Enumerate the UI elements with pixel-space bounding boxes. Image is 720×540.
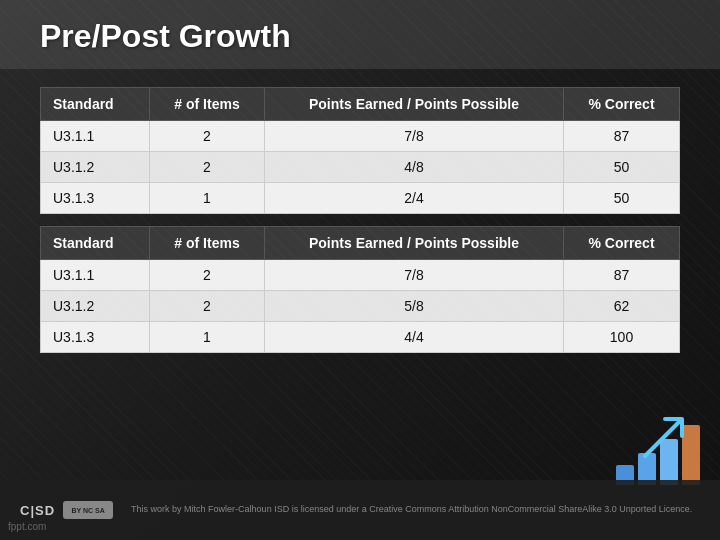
table1-body: U3.1.1 2 7/8 87 U3.1.2 2 4/8 50 U3.1.3 1 [41,121,680,214]
table-row: U3.1.2 2 5/8 62 [41,291,680,322]
cell-points: 4/4 [264,322,563,353]
content-area: Standard # of Items Points Earned / Poin… [0,77,720,375]
table2-header-items: # of Items [150,227,265,260]
table1-header-row: Standard # of Items Points Earned / Poin… [41,88,680,121]
cell-points: 5/8 [264,291,563,322]
cell-correct: 87 [564,121,680,152]
cell-standard: U3.1.1 [41,260,150,291]
cell-items: 1 [150,322,265,353]
slide-title: Pre/Post Growth [40,18,680,55]
cell-correct: 50 [564,152,680,183]
table-row: U3.1.3 1 4/4 100 [41,322,680,353]
cell-correct: 100 [564,322,680,353]
table1: Standard # of Items Points Earned / Poin… [40,87,680,214]
table1-header-correct: % Correct [564,88,680,121]
table2-header-standard: Standard [41,227,150,260]
cell-points: 7/8 [264,260,563,291]
table2-body: U3.1.1 2 7/8 87 U3.1.2 2 5/8 62 U3.1.3 1 [41,260,680,353]
cell-points: 2/4 [264,183,563,214]
table-row: U3.1.3 1 2/4 50 [41,183,680,214]
footer: C|SD BY NC SA This work by Mitch Fowler-… [0,480,720,540]
cisd-label: C|SD [20,503,55,518]
footer-description: This work by Mitch Fowler-Calhoun ISD is… [131,504,692,516]
cell-standard: U3.1.3 [41,183,150,214]
cell-items: 2 [150,152,265,183]
table-row: U3.1.1 2 7/8 87 [41,260,680,291]
cell-standard: U3.1.3 [41,322,150,353]
cell-correct: 87 [564,260,680,291]
footer-logo: C|SD BY NC SA This work by Mitch Fowler-… [20,501,692,519]
slide: Pre/Post Growth Standard # of Items Poin… [0,0,720,540]
cell-items: 2 [150,260,265,291]
cell-standard: U3.1.2 [41,152,150,183]
table2-header-correct: % Correct [564,227,680,260]
cell-standard: U3.1.1 [41,121,150,152]
cc-label: BY NC SA [71,507,104,514]
growth-arrow [640,411,690,465]
table-row: U3.1.1 2 7/8 87 [41,121,680,152]
table1-header-items: # of Items [150,88,265,121]
table2-header-row: Standard # of Items Points Earned / Poin… [41,227,680,260]
cell-standard: U3.1.2 [41,291,150,322]
cell-correct: 62 [564,291,680,322]
table1-header-standard: Standard [41,88,150,121]
table-row: U3.1.2 2 4/8 50 [41,152,680,183]
title-bar: Pre/Post Growth [0,0,720,69]
table2: Standard # of Items Points Earned / Poin… [40,226,680,353]
cell-points: 4/8 [264,152,563,183]
cell-items: 1 [150,183,265,214]
cell-items: 2 [150,291,265,322]
cell-correct: 50 [564,183,680,214]
fppt-label: fppt.com [8,521,46,532]
cell-items: 2 [150,121,265,152]
table1-header-points: Points Earned / Points Possible [264,88,563,121]
cell-points: 7/8 [264,121,563,152]
creative-commons-icon: BY NC SA [63,501,113,519]
table2-wrapper: Standard # of Items Points Earned / Poin… [40,226,680,353]
table1-wrapper: Standard # of Items Points Earned / Poin… [40,87,680,214]
table2-header-points: Points Earned / Points Possible [264,227,563,260]
